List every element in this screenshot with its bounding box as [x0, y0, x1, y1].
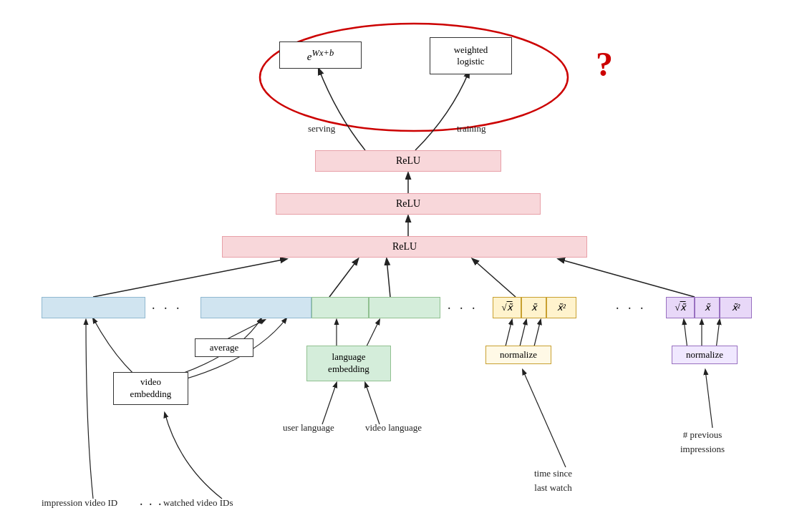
- svg-line-7: [559, 259, 695, 297]
- relu2-label: ReLU: [396, 198, 420, 210]
- weighted-logistic-box: weighted logistic: [430, 37, 512, 74]
- dots-2: · · ·: [448, 301, 478, 316]
- svg-line-16: [523, 370, 566, 467]
- embed-blue-1: [42, 297, 145, 318]
- normalize-2-label: normalize: [686, 349, 723, 361]
- average-label: average: [210, 342, 238, 353]
- language-embedding-label: languageembedding: [328, 351, 369, 376]
- yellow-x2-label: x̃²: [557, 302, 566, 313]
- dots-3: · · ·: [616, 301, 647, 316]
- svg-line-6: [473, 259, 516, 297]
- training-label: training: [457, 123, 485, 135]
- video-language-label: video language: [365, 422, 422, 434]
- relu-layer-1: ReLU: [222, 236, 587, 258]
- dots-1: · · ·: [152, 301, 183, 316]
- svg-line-4: [329, 259, 358, 297]
- impression-video-id-label: impression video ID: [42, 497, 117, 509]
- relu-layer-3: ReLU: [315, 150, 501, 172]
- diagram: eWx+b weighted logistic serving training…: [0, 0, 812, 528]
- purple-sqrt-label: √x̃: [675, 302, 685, 313]
- embed-purple-x2: x̃²: [720, 297, 752, 318]
- weighted-logistic-label: weighted logistic: [454, 44, 488, 67]
- svg-point-0: [260, 24, 568, 131]
- exp-formula-label: eWx+b: [307, 48, 334, 63]
- svg-line-15: [533, 320, 541, 349]
- time-since-last-watch-label: time sincelast watch: [534, 466, 572, 494]
- svg-line-12: [365, 383, 380, 424]
- relu-layer-2: ReLU: [276, 193, 541, 215]
- language-embedding-box: languageembedding: [306, 346, 391, 381]
- video-embedding-label: videoembedding: [130, 376, 172, 401]
- svg-line-10: [365, 320, 380, 349]
- svg-line-14: [519, 320, 526, 349]
- svg-line-11: [322, 383, 337, 424]
- yellow-sqrt-label: √x̃: [501, 302, 512, 313]
- question-mark: ?: [596, 44, 613, 84]
- svg-line-8: [226, 320, 265, 340]
- embed-yellow-x2: x̃²: [546, 297, 576, 318]
- normalize-1-label: normalize: [500, 349, 537, 361]
- svg-line-13: [505, 320, 512, 349]
- purple-x-label: x̃: [705, 302, 710, 313]
- exp-formula-box: eWx+b: [279, 41, 362, 69]
- yellow-x-label: x̃: [531, 302, 537, 313]
- embed-purple-x: x̃: [695, 297, 720, 318]
- svg-line-3: [93, 259, 286, 297]
- embed-purple-sqrt: √x̃: [666, 297, 695, 318]
- relu1-label: ReLU: [392, 241, 417, 253]
- svg-line-5: [387, 259, 390, 297]
- watched-video-ids-label: watched video IDs: [163, 497, 233, 509]
- normalize-1-box: normalize: [485, 346, 551, 364]
- dots-bottom: · · ·: [140, 497, 163, 512]
- embed-green-2: [369, 297, 440, 318]
- relu3-label: ReLU: [396, 155, 420, 167]
- normalize-2-box: normalize: [672, 346, 738, 364]
- serving-label: serving: [308, 123, 335, 135]
- average-box: average: [195, 338, 253, 357]
- embed-blue-2: [200, 297, 311, 318]
- purple-x2-label: x̃²: [732, 302, 740, 313]
- embed-yellow-sqrt: √x̃: [493, 297, 521, 318]
- embed-green-1: [311, 297, 369, 318]
- prev-impressions-label: # previousimpressions: [680, 428, 725, 456]
- embed-yellow-x: x̃: [521, 297, 546, 318]
- svg-line-19: [716, 320, 720, 349]
- svg-line-17: [684, 320, 687, 349]
- video-embedding-box: videoembedding: [113, 372, 188, 405]
- user-language-label: user language: [283, 422, 334, 434]
- svg-line-20: [705, 370, 712, 428]
